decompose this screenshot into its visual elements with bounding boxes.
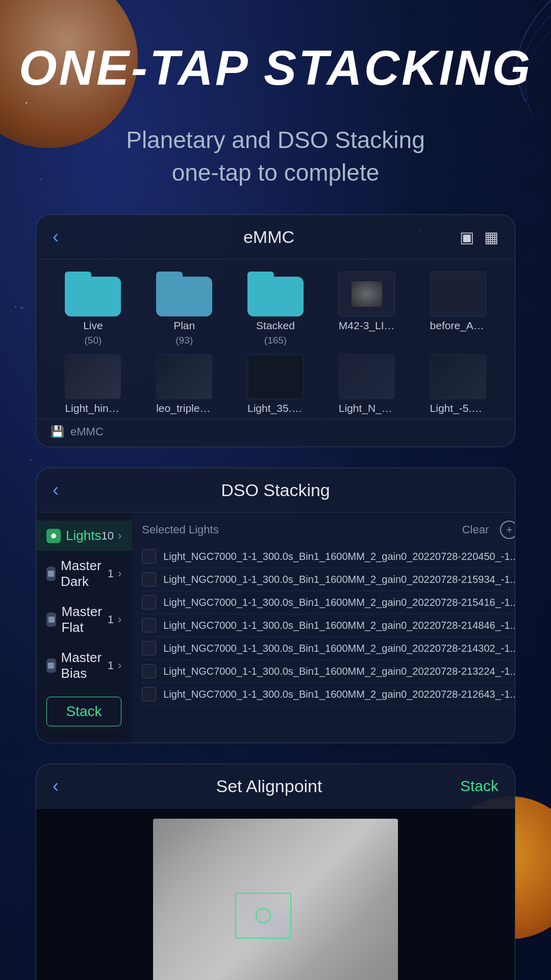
card3-back-button[interactable]: ‹: [53, 775, 78, 797]
grid-icon[interactable]: ▦: [484, 228, 498, 246]
file-light4-name: Light_N_-5.0C_0: [339, 402, 395, 414]
sidebar-dark-right: 1 ›: [108, 567, 122, 580]
file-checkbox-7[interactable]: [142, 687, 156, 701]
svg-rect-2: [48, 617, 55, 623]
bias-chevron-icon: ›: [118, 659, 121, 672]
folder-plan[interactable]: Plan (93): [142, 272, 227, 346]
file-list: Light_NGC7000_1-1_300.0s_Bin1_1600MM_2_g…: [142, 545, 515, 706]
file-checkbox-4[interactable]: [142, 618, 156, 632]
flat-chevron-icon: ›: [118, 613, 121, 626]
footer-storage-label: eMMC: [70, 425, 104, 438]
list-item[interactable]: Light_NGC7000_1-1_300.0s_Bin1_1600MM_2_g…: [142, 568, 515, 591]
file-grid-row2: Light_hin1_fram leo_triplet_300se Light_…: [36, 354, 515, 419]
cards-container: ‹ eMMC ▣ ▦ Live (50): [36, 214, 515, 980]
folder-stacked-count: (165): [264, 335, 287, 346]
file-light2[interactable]: leo_triplet_300se: [142, 354, 227, 414]
sidebar-flat-label: Master Flat: [61, 604, 107, 635]
card1-header-icons: ▣ ▦: [460, 228, 498, 246]
stack-button[interactable]: Stack: [46, 697, 121, 726]
file-browser-card: ‹ eMMC ▣ ▦ Live (50): [36, 214, 515, 447]
add-file-button[interactable]: +: [500, 521, 515, 539]
card3-stack-button[interactable]: Stack: [460, 777, 498, 795]
file-list-name-6: Light_NGC7000_1-1_300.0s_Bin1_1600MM_2_g…: [163, 666, 515, 677]
folder-live-name: Live: [83, 320, 103, 332]
file-light1[interactable]: Light_hin1_fram: [51, 354, 136, 414]
list-item[interactable]: Light_NGC7000_1-1_300.0s_Bin1_1600MM_2_g…: [142, 591, 515, 614]
file-light5[interactable]: Light_-5.0C_00: [415, 354, 500, 414]
card1-back-button[interactable]: ‹: [53, 226, 78, 248]
page-title: ONE-TAP STACKING: [19, 41, 532, 95]
folder-live[interactable]: Live (50): [51, 272, 136, 346]
file-list-name-5: Light_NGC7000_1-1_300.0s_Bin1_1600MM_2_g…: [163, 643, 515, 654]
file-light2-name: leo_triplet_300se: [156, 402, 212, 414]
dark-chevron-icon: ›: [118, 567, 121, 580]
align-box: [235, 893, 291, 939]
file-checkbox-5[interactable]: [142, 641, 156, 655]
folder-stacked[interactable]: Stacked (165): [233, 272, 318, 346]
svg-rect-1: [48, 571, 54, 577]
file-checkbox-1[interactable]: [142, 549, 156, 564]
lights-icon: [46, 529, 61, 543]
file-light3[interactable]: Light_35.1C_0: [233, 354, 318, 414]
master-flat-icon: [46, 612, 56, 627]
card2-title: DSO Stacking: [78, 480, 473, 500]
folder-plan-count: (93): [176, 335, 193, 346]
sidebar-item-lights-left: Lights: [46, 528, 101, 544]
card3-header: ‹ Set Alignpoint Stack: [36, 764, 515, 808]
file-list-name-2: Light_NGC7000_1-1_300.0s_Bin1_1600MM_2_g…: [163, 574, 515, 585]
sidebar-dark-label: Master Dark: [61, 558, 108, 590]
file-before-amf[interactable]: before_AMF.fit: [415, 272, 500, 346]
list-item[interactable]: Light_NGC7000_1-1_300.0s_Bin1_1600MM_2_g…: [142, 637, 515, 660]
file-checkbox-2[interactable]: [142, 572, 156, 586]
svg-point-0: [51, 533, 56, 538]
file-light5-name: Light_-5.0C_00: [430, 402, 486, 414]
file-grid: Live (50) Plan (93): [36, 259, 515, 354]
folder-live-count: (50): [85, 335, 102, 346]
file-list-name-4: Light_NGC7000_1-1_300.0s_Bin1_1600MM_2_g…: [163, 620, 515, 631]
sidebar-bias-right: 1 ›: [108, 659, 122, 672]
sidebar-items-list: Lights 10 ›: [36, 521, 132, 689]
edit-icon[interactable]: ▣: [460, 228, 474, 246]
sidebar-item-master-bias[interactable]: Master Bias 1 ›: [36, 643, 132, 689]
alignpoint-image-area: ALIGN: [36, 808, 515, 980]
file-checkbox-3[interactable]: [142, 595, 156, 609]
master-dark-icon: [46, 567, 56, 581]
hero-subtitle: Planetary and DSO Stacking one-tap to co…: [95, 124, 456, 189]
file-m42[interactable]: M42-3_LIGHT_@0-50-...-07_.fit: [324, 272, 409, 346]
align-box-center: [256, 908, 271, 923]
sidebar-item-master-dark[interactable]: Master Dark 1 ›: [36, 551, 132, 597]
selected-lights-label: Selected Lights: [142, 523, 218, 536]
clear-button[interactable]: Clear: [462, 523, 489, 536]
svg-rect-3: [48, 663, 54, 669]
card2-back-button[interactable]: ‹: [53, 479, 78, 501]
file-light4[interactable]: Light_N_-5.0C_0: [324, 354, 409, 414]
hdd-icon: 💾: [51, 425, 64, 438]
alignpoint-body: ALIGN: [36, 808, 515, 980]
list-item[interactable]: Light_NGC7000_1-1_300.0s_Bin1_1600MM_2_g…: [142, 660, 515, 683]
file-m42-name: M42-3_LIGHT_@0-50-...-07_.fit: [339, 320, 395, 332]
sidebar-item-bias-left: Master Bias: [46, 650, 108, 681]
alignpoint-photo: ALIGN: [153, 819, 398, 980]
folder-stacked-name: Stacked: [256, 320, 295, 332]
file-checkbox-6[interactable]: [142, 664, 156, 678]
lights-chevron-icon: ›: [118, 529, 121, 543]
file-light1-name: Light_hin1_fram: [65, 402, 121, 414]
sidebar-item-master-flat[interactable]: Master Flat 1 ›: [36, 597, 132, 643]
card1-header: ‹ eMMC ▣ ▦: [36, 215, 515, 259]
sidebar-item-dark-left: Master Dark: [46, 558, 108, 590]
sidebar-flat-right: 1 ›: [108, 613, 122, 626]
sidebar-item-lights[interactable]: Lights 10 ›: [36, 521, 132, 551]
card1-footer: 💾 eMMC: [36, 419, 515, 447]
list-item[interactable]: Light_NGC7000_1-1_300.0s_Bin1_1600MM_2_g…: [142, 545, 515, 568]
sidebar-item-flat-left: Master Flat: [46, 604, 108, 635]
file-list-name-3: Light_NGC7000_1-1_300.0s_Bin1_1600MM_2_g…: [163, 597, 515, 608]
dso-stacking-card: ‹ DSO Stacking Lights: [36, 468, 515, 743]
card3-title: Set Alignpoint: [78, 776, 460, 796]
list-item[interactable]: Light_NGC7000_1-1_300.0s_Bin1_1600MM_2_g…: [142, 683, 515, 706]
sidebar-lights-label: Lights: [66, 528, 101, 544]
sidebar-bias-label: Master Bias: [61, 650, 108, 681]
stacking-main: Selected Lights Clear + Light_NGC7000_1-…: [132, 512, 515, 743]
list-item[interactable]: Light_NGC7000_1-1_300.0s_Bin1_1600MM_2_g…: [142, 614, 515, 637]
alignpoint-card: ‹ Set Alignpoint Stack: [36, 764, 515, 980]
file-list-name-7: Light_NGC7000_1-1_300.0s_Bin1_1600MM_2_g…: [163, 689, 515, 700]
